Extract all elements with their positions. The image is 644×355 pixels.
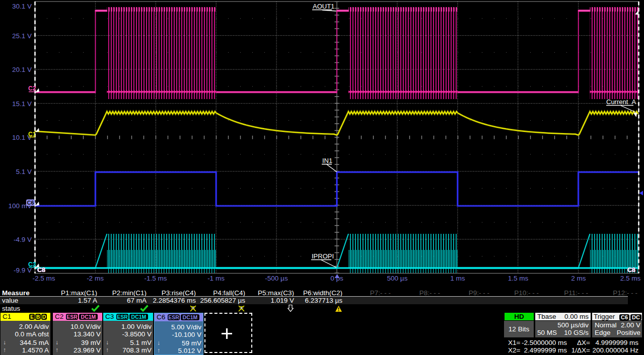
svg-text:C8: C8 — [627, 267, 635, 274]
svg-text:-500 µs: -500 µs — [265, 275, 288, 282]
svg-text:30.1 V: 30.1 V — [12, 3, 32, 10]
svg-text:-1.5 ms: -1.5 ms — [144, 275, 167, 282]
svg-text:IPROPI: IPROPI — [312, 252, 334, 260]
svg-text:20.1 V: 20.1 V — [12, 66, 32, 73]
svg-text:2 ms: 2 ms — [571, 275, 586, 282]
svg-text:2.5 ms: 2.5 ms — [620, 275, 641, 282]
svg-text:5.1 V: 5.1 V — [16, 168, 32, 175]
svg-text:1.5 ms: 1.5 ms — [508, 275, 529, 282]
svg-text:1 ms: 1 ms — [450, 275, 465, 282]
svg-text:-2 ms: -2 ms — [87, 275, 104, 282]
svg-text:-4.9 V: -4.9 V — [14, 236, 32, 243]
svg-text:25.1 V: 25.1 V — [12, 32, 32, 40]
svg-text:IN1: IN1 — [322, 157, 332, 164]
svg-text:-1 ms: -1 ms — [207, 275, 225, 282]
svg-text:C6: C6 — [27, 200, 34, 206]
svg-text:500 µs: 500 µs — [387, 275, 408, 282]
svg-text:C2: C2 — [28, 85, 36, 92]
svg-text:C8: C8 — [37, 267, 45, 274]
svg-text:-2.5 ms: -2.5 ms — [32, 275, 55, 282]
svg-text:15.1 V: 15.1 V — [12, 100, 32, 108]
svg-text:Current_A: Current_A — [606, 98, 636, 106]
svg-text:AOUT1: AOUT1 — [313, 3, 334, 10]
